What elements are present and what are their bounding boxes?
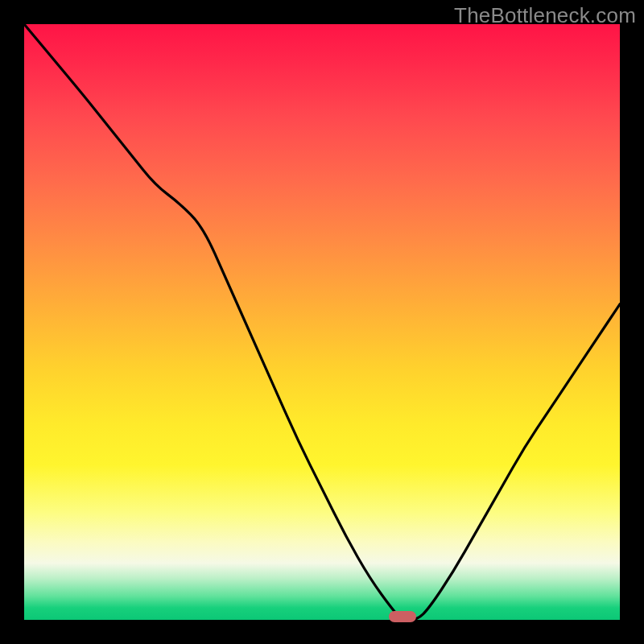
chart-frame: TheBottleneck.com bbox=[0, 0, 644, 644]
bottleneck-curve bbox=[24, 24, 620, 620]
chart-svg bbox=[24, 24, 620, 620]
plot-area bbox=[24, 24, 620, 620]
optimum-marker bbox=[389, 611, 415, 622]
watermark-text: TheBottleneck.com bbox=[454, 3, 636, 28]
